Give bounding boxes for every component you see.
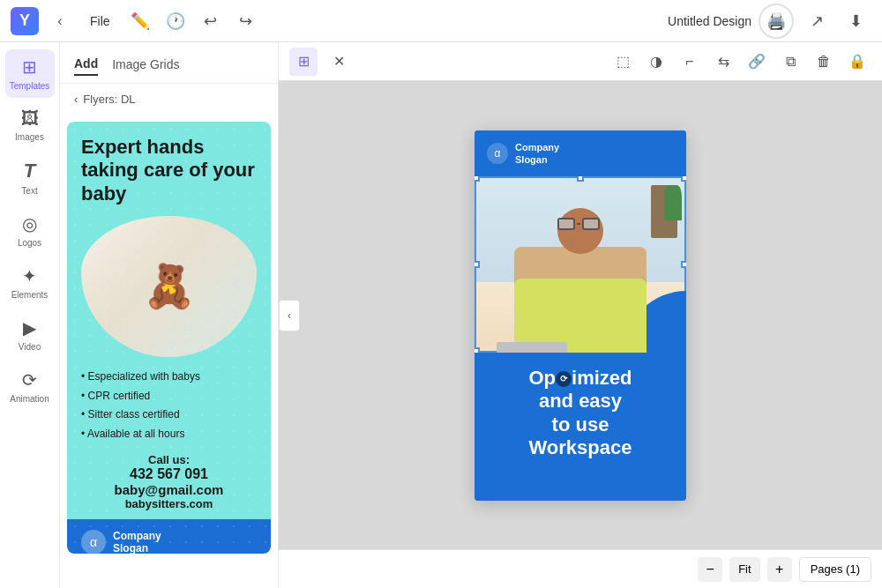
print-icon: 🖨️ [766, 11, 786, 31]
breadcrumb-text: Flyers: DL [83, 93, 135, 106]
design-text-line1: Op⟳imized [489, 367, 672, 390]
video-icon: ▶ [23, 317, 36, 339]
undo-button[interactable]: ↩ [197, 7, 225, 35]
flip-icon: ⇆ [718, 53, 729, 70]
design-canvas-card[interactable]: α Company Slogan [475, 130, 686, 501]
file-menu-button[interactable]: File [81, 7, 119, 35]
flyer-footer-text: Company Slogan [113, 530, 161, 554]
print-button[interactable]: 🖨️ [759, 4, 794, 39]
elements-label: Elements [11, 290, 49, 300]
crop-button[interactable]: ⬚ [609, 48, 637, 76]
flyer-bullets: Especialized with babys CPR certified Si… [81, 368, 257, 443]
animation-icon: ⟳ [22, 369, 37, 391]
email-address: baby@gmail.com [81, 482, 257, 497]
design-card-company-info: Company Slogan [515, 141, 559, 167]
layers-button[interactable]: ⧉ [776, 48, 804, 76]
panel-content: Expert hands taking care of your baby 🧸 … [60, 115, 278, 588]
animation-label: Animation [10, 394, 49, 404]
history-icon: 🕐 [166, 11, 185, 31]
flyer-title: Expert hands taking care of your baby [81, 136, 257, 205]
canvas-toolbar: ⊞ ✕ ⬚ ◑ ⌐ ⇆ 🔗 [279, 42, 882, 81]
redo-icon: ↪ [239, 11, 252, 31]
flyer-image-area: 🧸 [81, 216, 257, 357]
link-button[interactable]: 🔗 [743, 48, 771, 76]
flyer-preview: Expert hands taking care of your baby 🧸 … [67, 122, 271, 554]
flyer-image: 🧸 [81, 216, 257, 357]
share-icon: ↗ [811, 11, 824, 31]
tab-add[interactable]: Add [74, 53, 98, 76]
corner-button[interactable]: ⌐ [676, 48, 704, 76]
design-card-body: Op⟳imized and easy to use Workspace [475, 353, 686, 474]
bullet-2: CPR certified [81, 387, 257, 406]
zoom-out-button[interactable]: − [698, 557, 722, 582]
download-icon: ⬇ [849, 11, 863, 31]
tab-image-grids[interactable]: Image Grids [112, 54, 179, 75]
images-icon: 🖼 [21, 108, 39, 129]
redo-button[interactable]: ↪ [232, 7, 260, 35]
zoom-fit-button[interactable]: Fit [729, 557, 759, 582]
slogan-text: Slogan [515, 153, 559, 166]
close-element-button[interactable]: ✕ [325, 48, 353, 76]
design-text-line3: to use [489, 413, 672, 436]
call-label: Call us: [81, 453, 257, 466]
flyer-footer: α Company Slogan [67, 519, 271, 554]
lock-button[interactable]: 🔒 [843, 48, 871, 76]
undo-icon: ↩ [204, 11, 217, 31]
website-url: babysitters.com [81, 497, 257, 510]
topbar: Y ‹ File ✏️ 🕐 ↩ ↪ Untitled Design 🖨️ ↗ ⬇ [0, 0, 882, 42]
corner-icon: ⌐ [685, 54, 693, 70]
collapse-icon: ‹ [288, 309, 291, 322]
logos-icon: ◎ [22, 213, 37, 234]
video-label: Video [19, 342, 41, 352]
bullet-4: Available at all hours [81, 425, 257, 444]
templates-icon: ⊞ [22, 56, 37, 78]
design-card-logo: α [487, 143, 508, 164]
document-title: Untitled Design [668, 14, 751, 28]
share-button[interactable]: ↗ [801, 5, 833, 37]
sidebar-item-images[interactable]: 🖼 Images [5, 101, 55, 149]
templates-panel: Add Image Grids ‹ Flyers: DL Expert hand… [60, 42, 279, 588]
trash-icon: 🗑 [817, 54, 831, 70]
sidebar-item-elements[interactable]: ✦ Elements [5, 258, 55, 307]
zoom-in-button[interactable]: + [767, 557, 792, 582]
history-button[interactable]: 🕐 [161, 7, 190, 35]
images-label: Images [15, 132, 44, 142]
design-card-image[interactable]: ⟳ [475, 176, 686, 353]
app-logo: Y [11, 7, 39, 35]
panel-breadcrumb[interactable]: ‹ Flyers: DL [60, 84, 278, 115]
flip-button[interactable]: ⇆ [709, 48, 737, 76]
flyer-contact: Call us: 432 567 091 baby@gmail.com baby… [81, 453, 257, 510]
design-text-line2: and easy [489, 390, 672, 413]
panel-collapse-handle[interactable]: ‹ [279, 300, 300, 331]
icon-sidebar: ⊞ Templates 🖼 Images T Text ◎ Logos ✦ El… [0, 42, 60, 588]
pages-button[interactable]: Pages (1) [799, 557, 871, 582]
design-main-text: Op⟳imized and easy to use Workspace [489, 367, 672, 460]
delete-button[interactable]: 🗑 [810, 48, 838, 76]
canvas-area: ⊞ ✕ ⬚ ◑ ⌐ ⇆ 🔗 [279, 42, 882, 588]
bullet-3: Sitter class certified [81, 406, 257, 425]
design-text-line4: Workspace [489, 436, 672, 459]
contrast-button[interactable]: ◑ [642, 48, 670, 76]
edit-icon-button[interactable]: ✏️ [126, 7, 154, 35]
download-button[interactable]: ⬇ [840, 5, 871, 37]
contrast-icon: ◑ [650, 53, 662, 70]
sidebar-item-logos[interactable]: ◎ Logos [5, 206, 55, 255]
company-name-text: Company [515, 141, 559, 153]
grid-tool-button[interactable]: ⊞ [289, 48, 318, 76]
sidebar-item-animation[interactable]: ⟳ Animation [5, 362, 55, 411]
canvas-bottom-bar: − Fit + Pages (1) [279, 549, 882, 588]
sidebar-item-templates[interactable]: ⊞ Templates [5, 49, 55, 98]
edit-icon: ✏️ [131, 11, 150, 31]
flyer-footer-logo: α [81, 530, 106, 554]
back-button[interactable]: ‹ [46, 7, 74, 35]
layers-icon: ⧉ [786, 54, 796, 70]
text-icon: T [24, 160, 35, 182]
sidebar-item-video[interactable]: ▶ Video [5, 310, 55, 359]
panel-header: Add Image Grids [60, 42, 278, 84]
canvas-scroll[interactable]: ‹ α Company Slogan [279, 81, 882, 549]
link-icon: 🔗 [748, 53, 766, 70]
grid-icon: ⊞ [298, 53, 310, 70]
logos-label: Logos [18, 238, 41, 248]
sidebar-item-text[interactable]: T Text [5, 153, 55, 203]
flyer-template-card[interactable]: Expert hands taking care of your baby 🧸 … [67, 122, 271, 554]
